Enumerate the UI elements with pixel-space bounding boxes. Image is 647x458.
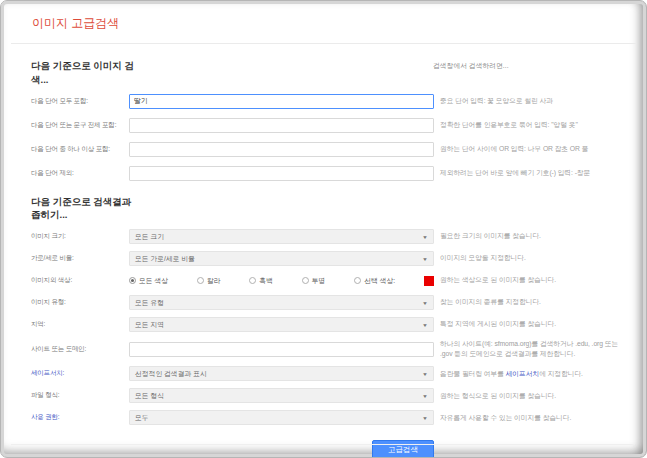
image-color-row: 이미지의 색상: 모든 색상 칼라 bbox=[31, 273, 632, 288]
radio-full-color[interactable]: 칼라 bbox=[197, 276, 221, 286]
hints-header: 검색창에서 검색하려면... bbox=[433, 59, 509, 71]
chevron-down-icon: ▼ bbox=[422, 300, 428, 305]
none-words-input[interactable] bbox=[129, 166, 434, 181]
region-select[interactable]: 모든 지역 ▼ bbox=[129, 317, 434, 332]
words-all-row: 다음 단어 모두 포함: 중요 단어 입력: 꽃 모양으로 썰린 사과 bbox=[31, 94, 632, 109]
chevron-down-icon: ▼ bbox=[422, 256, 428, 261]
chevron-down-icon: ▼ bbox=[422, 234, 428, 239]
safesearch-label-link[interactable]: 세이프서치: bbox=[31, 369, 129, 378]
site-domain-label: 사이트 또는 도메인: bbox=[31, 345, 129, 354]
radio-black-white[interactable]: 흑백 bbox=[249, 276, 273, 286]
radio-icon bbox=[249, 277, 256, 284]
chevron-down-icon: ▼ bbox=[422, 372, 428, 377]
exact-phrase-row: 다음 단어 또는 문구 전체 포함: 정확한 단어를 인용부호로 묶어 입력: … bbox=[31, 118, 632, 133]
file-type-hint: 원하는 형식으로 된 이미지를 찾습니다. bbox=[440, 391, 632, 401]
file-type-select[interactable]: 모든 형식 ▼ bbox=[129, 388, 434, 403]
image-type-hint: 찾는 이미지의 종류를 지정합니다. bbox=[440, 297, 632, 307]
image-size-select[interactable]: 모든 크기 ▼ bbox=[129, 229, 434, 244]
image-size-row: 이미지 크기: 모든 크기 ▼ 필요한 크기의 이미지를 찾습니다. bbox=[31, 229, 632, 244]
aspect-ratio-value: 모든 가로/세로 비율 bbox=[135, 254, 195, 264]
page-title: 이미지 고급검색 bbox=[32, 15, 632, 32]
file-type-label: 파일 형식: bbox=[31, 391, 129, 400]
any-words-label: 다음 단어 중 하나 이상 포함: bbox=[31, 145, 129, 154]
advanced-image-search-page: 이미지 고급검색 다음 기준으로 이미지 검색... 검색창에서 검색하려면..… bbox=[0, 0, 647, 458]
site-domain-hint: 하나의 사이트(예: sfmoma.org)를 검색하거나 .edu, .org… bbox=[440, 339, 632, 359]
any-words-hint: 원하는 단어 사이에 OR 입력: 나무 OR 잡초 OR 풀 bbox=[440, 144, 632, 154]
radio-specific-color[interactable]: 선택 색상: bbox=[354, 276, 395, 286]
radio-icon bbox=[302, 277, 309, 284]
image-size-hint: 필요한 크기의 이미지를 찾습니다. bbox=[440, 231, 632, 241]
image-size-label: 이미지 크기: bbox=[31, 232, 129, 241]
narrow-section-header: 다음 기준으로 검색결과 좁히기... bbox=[31, 195, 139, 223]
image-type-value: 모든 유형 bbox=[135, 298, 164, 308]
chevron-down-icon: ▼ bbox=[422, 322, 428, 327]
usage-rights-value: 모두 bbox=[135, 413, 149, 423]
file-type-value: 모든 형식 bbox=[135, 391, 164, 401]
image-color-radio-group: 모든 색상 칼라 흑백 bbox=[129, 273, 434, 288]
region-row: 지역: 모든 지역 ▼ 특정 지역에 게시된 이미지를 찾습니다. bbox=[31, 317, 632, 332]
any-words-row: 다음 단어 중 하나 이상 포함: 원하는 단어 사이에 OR 입력: 나무 O… bbox=[31, 142, 632, 157]
title-divider bbox=[11, 43, 636, 44]
region-value: 모든 지역 bbox=[135, 320, 164, 330]
color-swatch[interactable] bbox=[424, 276, 434, 286]
safesearch-row: 세이프서치: 선정적인 검색결과 표시 ▼ 음란물 필터링 여부를 세이프서치에… bbox=[31, 366, 632, 381]
usage-rights-hint: 자유롭게 사용할 수 있는 이미지를 찾습니다. bbox=[440, 413, 632, 423]
usage-rights-select[interactable]: 모두 ▼ bbox=[129, 410, 434, 425]
safesearch-hint-link[interactable]: 세이프서치 bbox=[506, 370, 540, 377]
region-hint: 특정 지역에 게시된 이미지를 찾습니다. bbox=[440, 319, 632, 329]
radio-transparent[interactable]: 투명 bbox=[302, 276, 326, 286]
safesearch-select[interactable]: 선정적인 검색결과 표시 ▼ bbox=[129, 366, 434, 381]
image-color-label: 이미지의 색상: bbox=[31, 276, 129, 285]
usage-rights-row: 사용 권한: 모두 ▼ 자유롭게 사용할 수 있는 이미지를 찾습니다. bbox=[31, 410, 632, 425]
image-type-select[interactable]: 모든 유형 ▼ bbox=[129, 295, 434, 310]
image-color-hint: 원하는 색상으로 된 이미지를 찾습니다. bbox=[440, 275, 632, 285]
bottom-divider bbox=[11, 444, 634, 445]
aspect-ratio-label: 가로/세로 비율: bbox=[31, 254, 129, 263]
none-words-row: 다음 단어 제외: 제외하려는 단어 바로 앞에 빼기 기호(-) 입력: -창… bbox=[31, 166, 632, 181]
radio-all-colors[interactable]: 모든 색상 bbox=[129, 276, 168, 286]
site-domain-input[interactable] bbox=[129, 342, 434, 357]
image-type-row: 이미지 유형: 모든 유형 ▼ 찾는 이미지의 종류를 지정합니다. bbox=[31, 295, 632, 310]
none-words-label: 다음 단어 제외: bbox=[31, 169, 129, 178]
usage-rights-label-link[interactable]: 사용 권한: bbox=[31, 413, 129, 422]
safesearch-value: 선정적인 검색결과 표시 bbox=[135, 369, 207, 379]
exact-phrase-input[interactable] bbox=[129, 118, 434, 133]
site-domain-row: 사이트 또는 도메인: 하나의 사이트(예: sfmoma.org)를 검색하거… bbox=[31, 339, 632, 359]
image-size-value: 모든 크기 bbox=[135, 232, 164, 242]
exact-phrase-label: 다음 단어 또는 문구 전체 포함: bbox=[31, 121, 129, 130]
safesearch-hint: 음란물 필터링 여부를 세이프서치에 지정합니다. bbox=[440, 369, 632, 379]
radio-icon bbox=[354, 277, 361, 284]
submit-row: 고급검색 bbox=[31, 438, 632, 458]
aspect-ratio-select[interactable]: 모든 가로/세로 비율 ▼ bbox=[129, 251, 434, 266]
file-type-row: 파일 형식: 모든 형식 ▼ 원하는 형식으로 된 이미지를 찾습니다. bbox=[31, 388, 632, 403]
words-all-label: 다음 단어 모두 포함: bbox=[31, 97, 129, 106]
region-label: 지역: bbox=[31, 320, 129, 329]
chevron-down-icon: ▼ bbox=[422, 394, 428, 399]
radio-icon bbox=[197, 277, 204, 284]
image-type-label: 이미지 유형: bbox=[31, 298, 129, 307]
any-words-input[interactable] bbox=[129, 142, 434, 157]
find-section-header: 다음 기준으로 이미지 검색... bbox=[31, 59, 139, 87]
radio-icon bbox=[129, 277, 136, 284]
exact-phrase-hint: 정확한 단어를 인용부호로 묶어 입력: "양털 옷" bbox=[440, 120, 632, 130]
words-all-hint: 중요 단어 입력: 꽃 모양으로 썰린 사과 bbox=[440, 96, 632, 106]
none-words-hint: 제외하려는 단어 바로 앞에 빼기 기호(-) 입력: -창문 bbox=[440, 168, 632, 178]
aspect-ratio-row: 가로/세로 비율: 모든 가로/세로 비율 ▼ 이미지의 모양을 지정합니다. bbox=[31, 251, 632, 266]
chevron-down-icon: ▼ bbox=[422, 416, 428, 421]
words-all-input[interactable] bbox=[129, 94, 434, 109]
aspect-ratio-hint: 이미지의 모양을 지정합니다. bbox=[440, 253, 632, 263]
